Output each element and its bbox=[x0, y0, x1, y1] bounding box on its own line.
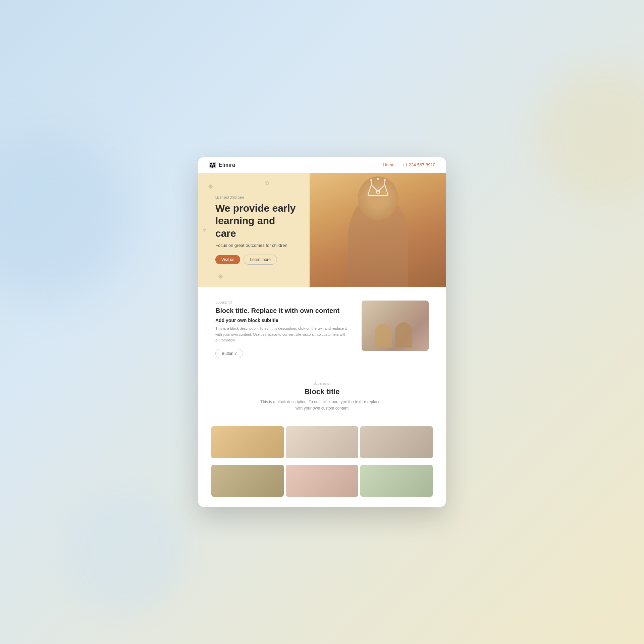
hero-title: We provide early learning and care bbox=[215, 202, 299, 240]
content-section-2: Superscript Block title This is a block … bbox=[198, 372, 446, 426]
superscript-1: Superscript bbox=[215, 301, 348, 304]
grid-image-3 bbox=[360, 426, 433, 458]
grid-image-5 bbox=[286, 465, 358, 497]
hero-image-area bbox=[310, 173, 446, 287]
nav-home-link[interactable]: Home bbox=[383, 162, 394, 167]
content-subtitle-1: Add your own block subtitle bbox=[215, 318, 348, 323]
content-section-1: Superscript Block title. Replace it with… bbox=[198, 287, 446, 372]
visit-us-button[interactable]: Visit us bbox=[215, 255, 240, 264]
nav-phone: +1 234 567 8910 bbox=[402, 162, 435, 167]
crown-doodle-svg bbox=[365, 178, 391, 198]
bg-blob-bottom bbox=[67, 493, 184, 610]
learn-more-button[interactable]: Learn more bbox=[244, 255, 277, 265]
button-2[interactable]: Button 2 bbox=[215, 349, 243, 358]
logo-text: Elmira bbox=[219, 162, 235, 168]
hero-subtitle: Focus on great outcomes for children bbox=[215, 243, 299, 248]
hero-section: ❋ ✿ ✾ ✿ ❊ ✾ Licensed child care We provi… bbox=[198, 173, 446, 287]
content-title-2: Block title bbox=[215, 387, 429, 396]
content-title-1: Block title. Replace it with own content bbox=[215, 306, 348, 315]
logo-icon: 👨‍👩‍👧 bbox=[209, 161, 216, 169]
content-text-block-1: Superscript Block title. Replace it with… bbox=[215, 301, 348, 358]
image-grid-row-2 bbox=[198, 465, 446, 507]
bg-blob-right bbox=[537, 67, 644, 201]
content-desc-1: This is a block description. To edit thi… bbox=[215, 326, 348, 343]
hero-buttons: Visit us Learn more bbox=[215, 255, 299, 265]
hero-image-placeholder bbox=[310, 173, 446, 287]
site-navbar: 👨‍👩‍👧 Elmira Home +1 234 567 8910 bbox=[198, 157, 446, 173]
svg-point-5 bbox=[370, 179, 372, 181]
superscript-2: Superscript bbox=[215, 382, 429, 385]
image-grid-row-1 bbox=[198, 426, 446, 465]
bg-blob-left bbox=[0, 134, 134, 302]
grid-image-1 bbox=[211, 426, 284, 458]
hero-content: Licensed child care We provide early lea… bbox=[198, 182, 312, 278]
grid-image-2 bbox=[286, 426, 358, 458]
content-image-1 bbox=[362, 301, 429, 351]
svg-point-9 bbox=[384, 179, 386, 181]
browser-window: 👨‍👩‍👧 Elmira Home +1 234 567 8910 ❋ ✿ ✾ … bbox=[198, 157, 446, 507]
site-nav-links: Home +1 234 567 8910 bbox=[383, 162, 435, 167]
content-desc-2: This is a block description. To edit, cl… bbox=[258, 399, 386, 412]
grid-image-4 bbox=[211, 465, 284, 497]
site-logo: 👨‍👩‍👧 Elmira bbox=[209, 161, 235, 169]
grid-image-6 bbox=[360, 465, 433, 497]
hero-tag: Licensed child care bbox=[215, 196, 299, 199]
svg-point-7 bbox=[377, 178, 379, 180]
